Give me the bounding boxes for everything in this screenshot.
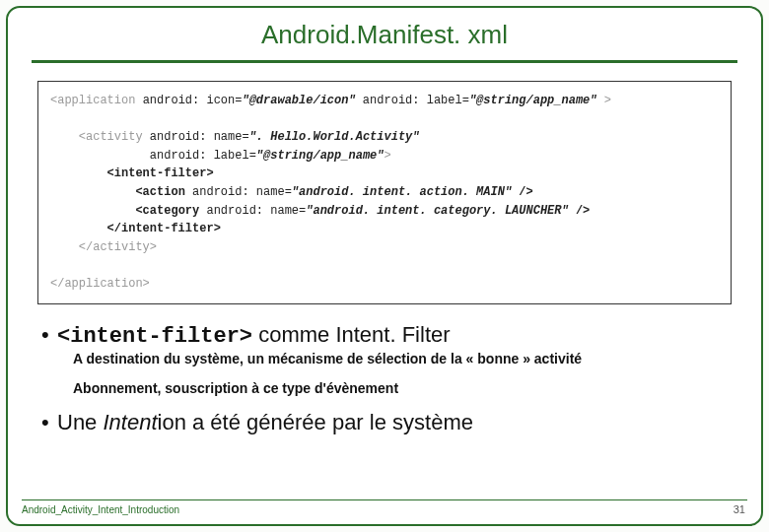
footer-divider	[22, 499, 747, 500]
bullet-1-text: <intent-filter> comme Intent. Filter	[57, 322, 728, 349]
code-tag-activity-open: <activity	[79, 130, 150, 144]
code-tag-close: >	[384, 149, 390, 163]
bullet-2-text: Une Intention a été générée par le systè…	[57, 410, 728, 435]
code-attr: android: label=	[150, 149, 256, 163]
code-tag-close: />	[569, 204, 591, 218]
code-val: "@drawable/icon"	[242, 94, 355, 107]
bullet-2-italic: Intent	[103, 410, 157, 434]
bullet-2-post: ion a été générée par le système	[158, 410, 473, 434]
bullet-dot: •	[41, 322, 57, 348]
bullet-1-rest: comme Intent. Filter	[252, 322, 451, 347]
code-box: <application android: icon="@drawable/ic…	[37, 81, 732, 304]
code-tag-close: >	[597, 94, 611, 107]
code-val: "android. intent. action. MAIN"	[292, 185, 512, 199]
code-attr: android: icon=	[143, 94, 243, 107]
code-val: "@string/app_name"	[256, 149, 384, 163]
code-attr: android: label=	[356, 94, 469, 107]
code-intent-filter-close: </intent-filter>	[107, 222, 221, 235]
slide-title: Android.Manifest. xml	[32, 20, 737, 50]
bullet-1-mono: <intent-filter>	[57, 324, 252, 349]
bullet-1: • <intent-filter> comme Intent. Filter	[41, 322, 728, 349]
bullet-2: • Une Intention a été générée par le sys…	[41, 410, 728, 435]
footer-text: Android_Activity_Intent_Introduction	[22, 504, 179, 515]
slide-frame: Android.Manifest. xml <application andro…	[6, 6, 763, 526]
bullet-2-pre: Une	[57, 410, 103, 434]
page-number: 31	[734, 503, 745, 515]
code-tag-activity-close: </activity>	[79, 240, 157, 254]
code-action-open: <action	[135, 185, 192, 199]
bullet-1-sub-1: A destination du système, un mécanisme d…	[73, 351, 728, 366]
code-val: ". Hello.World.Activity"	[249, 130, 420, 144]
code-category-open: <category	[135, 204, 206, 218]
bullet-dot: •	[41, 410, 57, 435]
code-attr: android: name=	[150, 130, 249, 144]
code-tag-application-close: </application>	[50, 277, 150, 291]
code-tag-application-open: <application	[50, 94, 143, 107]
title-underline	[32, 60, 737, 63]
code-intent-filter-open: <intent-filter>	[107, 166, 214, 180]
code-val: "@string/app_name"	[469, 94, 597, 107]
code-attr: android: name=	[192, 185, 292, 199]
code-attr: android: name=	[206, 204, 306, 218]
bullets: • <intent-filter> comme Intent. Filter A…	[41, 322, 728, 435]
code-val: "android. intent. category. LAUNCHER"	[306, 204, 568, 218]
bullet-1-sub-2: Abonnement, souscription à ce type d'évè…	[73, 380, 728, 396]
code-tag-close: />	[512, 185, 533, 199]
